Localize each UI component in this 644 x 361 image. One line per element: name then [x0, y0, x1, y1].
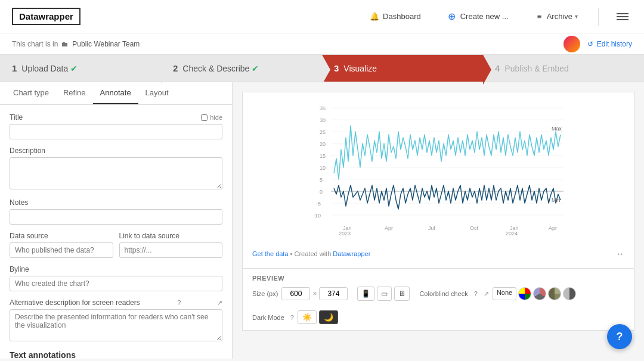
description-input[interactable] [10, 157, 222, 189]
colorblind-options: None [493, 287, 576, 300]
dark-mode-options: ☀️ 🌙 [298, 310, 338, 324]
step-upload-data[interactable]: 1 Upload Data ✔ [0, 55, 161, 82]
avatar [564, 36, 580, 52]
annotate-form: Title hide Description Notes [0, 105, 232, 359]
get-the-data-link[interactable]: Get the data [252, 250, 289, 257]
svg-text:25: 25 [320, 129, 326, 135]
chart-container: 35 30 25 20 15 10 5 0 -5 -10 [242, 92, 634, 269]
main-layout: Chart type Refine Annotate Layout Title … [0, 82, 644, 359]
link-data-source-input[interactable] [119, 242, 223, 258]
nav-divider [598, 8, 599, 26]
title-input[interactable] [10, 124, 222, 139]
step-check-describe[interactable]: 2 Check & Describe ✔ [161, 55, 322, 82]
right-panel: 35 30 25 20 15 10 5 0 -5 -10 [233, 82, 644, 359]
svg-text:-10: -10 [313, 213, 321, 219]
dark-mode-help-icon[interactable]: ? [290, 314, 294, 321]
text-annotations-section: Text annotations ⊕ Add text annotation [10, 350, 222, 359]
svg-text:30: 30 [320, 117, 326, 123]
top-navigation: Datawrapper 🔔 Dashboard ⊕ Create new ...… [0, 0, 644, 33]
breadcrumb: This chart is in 🖿 Public Webinar Team [12, 40, 140, 48]
source-link-row: Data source Link to data source [10, 232, 222, 265]
chart-svg: 35 30 25 20 15 10 5 0 -5 -10 [252, 102, 624, 245]
notes-group: Notes [10, 198, 222, 225]
notes-input[interactable] [10, 209, 222, 225]
dashboard-button[interactable]: 🔔 Dashboard [364, 8, 427, 25]
svg-text:5: 5 [320, 177, 323, 183]
hide-title-checkbox[interactable] [201, 114, 208, 121]
step-visualize[interactable]: 3 Visualize [322, 55, 483, 82]
colorblind-info-icon[interactable]: ↗ [484, 290, 489, 298]
help-bubble-icon: ? [617, 331, 623, 343]
size-control-group: Size (px) × [252, 287, 348, 300]
tablet-device-button[interactable]: ▭ [377, 287, 392, 301]
left-panel: Chart type Refine Annotate Layout Title … [0, 82, 233, 359]
alt-desc-input[interactable] [10, 309, 222, 341]
help-bubble-button[interactable]: ? [607, 324, 632, 349]
size-inputs: × [281, 287, 348, 300]
colorblind-help-icon[interactable]: ? [474, 290, 478, 297]
dark-mode-control-group: Dark Mode ? ☀️ 🌙 [252, 310, 338, 324]
svg-text:10: 10 [320, 165, 326, 171]
svg-text:2023: 2023 [339, 231, 351, 236]
link-data-source-group: Link to data source [119, 232, 223, 258]
colorblind-none-button[interactable]: None [493, 287, 516, 300]
mobile-device-button[interactable]: 📱 [357, 287, 374, 301]
logo[interactable]: Datawrapper [12, 8, 80, 25]
preview-controls: Size (px) × 📱 ▭ 🖥 Colorblind check [252, 287, 624, 324]
create-new-button[interactable]: ⊕ Create new ... [441, 8, 515, 25]
hide-title-checkbox-label[interactable]: hide [201, 114, 222, 121]
bell-icon: 🔔 [370, 12, 379, 21]
chart-footer: Get the data • Created with Datawrapper … [252, 249, 624, 259]
chart-footer-left: Get the data • Created with Datawrapper [252, 250, 370, 257]
history-icon: ↺ [587, 40, 593, 48]
byline-input[interactable] [10, 276, 222, 291]
svg-text:Oct: Oct [470, 225, 479, 231]
colorblind-option-3[interactable] [548, 287, 561, 300]
data-source-group: Data source [10, 232, 113, 258]
title-group: Title hide [10, 113, 222, 139]
colorblind-option-4[interactable] [563, 287, 576, 300]
steps-bar: 1 Upload Data ✔ 2 Check & Describe ✔ 3 V… [0, 55, 644, 82]
tab-bar: Chart type Refine Annotate Layout [0, 82, 232, 105]
hamburger-menu-button[interactable] [613, 10, 632, 24]
svg-text:Jul: Jul [428, 225, 435, 231]
alt-desc-help-icon[interactable]: ? [177, 299, 181, 306]
chevron-down-icon: ▾ [575, 13, 578, 20]
device-icons: 📱 ▭ 🖥 [357, 287, 410, 301]
width-input[interactable] [281, 287, 310, 300]
svg-text:Max: Max [552, 126, 562, 132]
svg-text:Apr: Apr [385, 225, 393, 231]
svg-text:35: 35 [320, 105, 326, 111]
svg-text:Apr: Apr [549, 225, 557, 231]
colorblind-control-group: Colorblind check ? ↗ None [419, 287, 576, 300]
byline-group: Byline [10, 265, 222, 291]
team-icon: 🖿 [61, 40, 69, 48]
svg-text:Min: Min [552, 197, 561, 203]
svg-text:0: 0 [320, 189, 323, 195]
expand-icon[interactable]: ↔ [616, 249, 624, 259]
tab-layout[interactable]: Layout [138, 82, 176, 104]
dark-mode-button[interactable]: 🌙 [319, 310, 338, 324]
colorblind-option-2[interactable] [533, 287, 546, 300]
data-source-input[interactable] [10, 242, 113, 258]
list-icon: ≡ [535, 12, 544, 21]
svg-text:-5: -5 [316, 201, 321, 207]
svg-text:20: 20 [320, 141, 326, 147]
step-publish-embed[interactable]: 4 Publish & Embed [483, 55, 644, 82]
desktop-device-button[interactable]: 🖥 [394, 287, 410, 301]
light-mode-button[interactable]: ☀️ [298, 310, 317, 324]
tab-chart-type[interactable]: Chart type [6, 82, 56, 104]
colorblind-option-1[interactable] [518, 287, 531, 300]
svg-text:2024: 2024 [506, 231, 518, 236]
archive-button[interactable]: ≡ Archive ▾ [529, 8, 584, 25]
plus-icon: ⊕ [447, 12, 457, 21]
tab-annotate[interactable]: Annotate [93, 82, 138, 104]
edit-history-button[interactable]: ↺ Edit history [587, 40, 632, 48]
alt-desc-group: Alternative description for screen reade… [10, 298, 222, 343]
breadcrumb-right: ↺ Edit history [564, 36, 632, 52]
alt-desc-info-icon[interactable]: ↗ [217, 299, 222, 307]
tab-refine[interactable]: Refine [56, 82, 93, 104]
description-group: Description [10, 147, 222, 191]
datawrapper-link[interactable]: Datawrapper [333, 250, 370, 257]
height-input[interactable] [319, 287, 348, 300]
